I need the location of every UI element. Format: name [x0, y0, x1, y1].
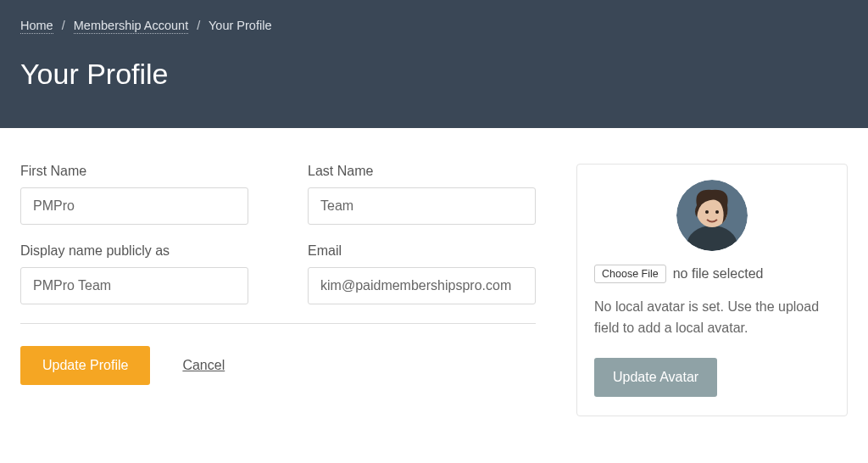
- first-name-input[interactable]: [20, 187, 248, 225]
- first-name-label: First Name: [20, 164, 248, 179]
- avatar-note: No local avatar is set. Use the upload f…: [594, 297, 830, 339]
- form-actions: Update Profile Cancel: [20, 346, 536, 385]
- breadcrumb-separator: /: [197, 19, 200, 32]
- file-status-text: no file selected: [673, 266, 764, 282]
- breadcrumb-current: Your Profile: [209, 19, 271, 32]
- avatar-image: [676, 180, 748, 251]
- email-label: Email: [308, 243, 536, 259]
- first-name-field-wrap: First Name: [20, 164, 248, 225]
- breadcrumb-separator: /: [62, 19, 65, 32]
- display-name-field-wrap: Display name publicly as: [20, 243, 248, 304]
- avatar-wrap: [594, 180, 830, 251]
- update-profile-button[interactable]: Update Profile: [20, 346, 150, 385]
- display-name-label: Display name publicly as: [20, 243, 248, 259]
- last-name-field-wrap: Last Name: [308, 164, 536, 225]
- breadcrumb-home-link[interactable]: Home: [20, 19, 53, 34]
- cancel-link[interactable]: Cancel: [182, 358, 225, 373]
- breadcrumb: Home / Membership Account / Your Profile: [20, 19, 848, 32]
- email-input[interactable]: [308, 267, 536, 304]
- choose-file-button[interactable]: Choose File: [594, 265, 666, 283]
- page-title: Your Profile: [20, 58, 848, 91]
- page-header: Home / Membership Account / Your Profile…: [0, 0, 868, 128]
- update-avatar-button[interactable]: Update Avatar: [594, 358, 717, 397]
- avatar-panel: Choose File no file selected No local av…: [576, 164, 848, 416]
- last-name-input[interactable]: [308, 187, 536, 225]
- breadcrumb-account-link[interactable]: Membership Account: [74, 19, 188, 34]
- svg-point-4: [705, 210, 709, 214]
- file-input-row: Choose File no file selected: [594, 265, 830, 283]
- svg-point-5: [715, 210, 719, 214]
- content-area: First Name Last Name Display name public…: [0, 128, 868, 437]
- display-name-input[interactable]: [20, 267, 248, 304]
- form-divider: [20, 323, 536, 324]
- last-name-label: Last Name: [308, 164, 536, 179]
- profile-form: First Name Last Name Display name public…: [20, 164, 536, 416]
- email-field-wrap: Email: [308, 243, 536, 304]
